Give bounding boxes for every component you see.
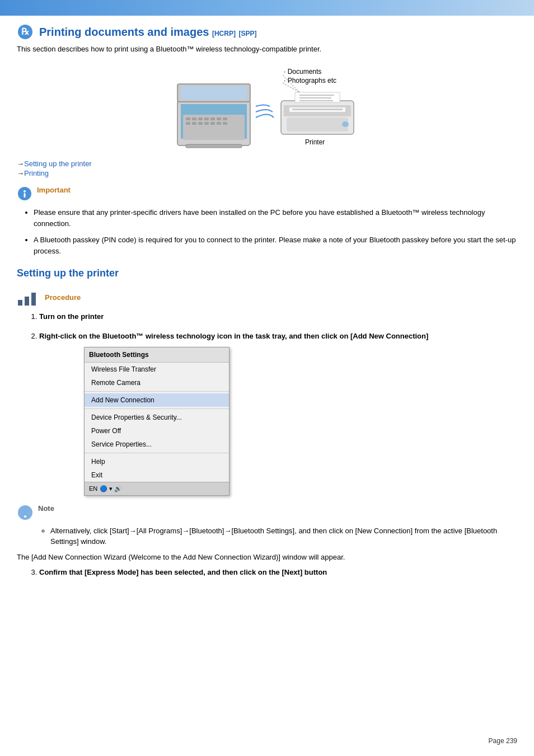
note-icon: [17, 504, 34, 521]
step-3: Confirm that [Express Mode] has been sel…: [39, 567, 517, 578]
nav-link-2[interactable]: →Printing: [17, 169, 517, 177]
step-2-text: Right-click on the Bluetooth™ wireless t…: [39, 332, 428, 340]
svg-rect-41: [25, 297, 29, 306]
procedure-icon: [17, 290, 39, 307]
svg-rect-17: [198, 122, 203, 125]
important-label: Important: [37, 186, 71, 194]
nav-arrow-1: →: [17, 159, 24, 168]
nav-links: →Setting up the printer →Printing: [17, 159, 517, 177]
svg-rect-5: [181, 86, 247, 100]
svg-rect-10: [198, 118, 203, 120]
page-number: Page 239: [489, 737, 517, 745]
nav-arrow-2: →: [17, 169, 24, 177]
printer-diagram-svg: · Documents · Photographs etc Printer: [161, 62, 373, 151]
cm-sep-1: [85, 391, 229, 392]
procedure-label: Procedure: [45, 290, 81, 302]
cm-sep-2: [85, 408, 229, 409]
svg-rect-25: [292, 109, 343, 110]
important-section: Important Please ensure that any printer…: [17, 186, 517, 256]
taskbar-en: EN: [89, 484, 97, 494]
cm-sep-3: [85, 453, 229, 453]
procedure-header: Procedure: [17, 290, 517, 307]
cm-item-add-new[interactable]: Add New Connection: [85, 393, 229, 407]
svg-rect-14: [223, 118, 227, 120]
section-heading: Setting up the printer: [17, 267, 517, 281]
diagram: · Documents · Photographs etc Printer: [17, 62, 517, 151]
cm-item-remote[interactable]: Remote Camera: [85, 376, 229, 389]
svg-rect-8: [186, 118, 190, 120]
bluetooth-icon: ℞: [17, 24, 34, 40]
cm-item-device[interactable]: Device Properties & Security...: [85, 411, 229, 424]
svg-rect-20: [217, 122, 221, 125]
svg-rect-19: [210, 122, 215, 125]
svg-rect-11: [204, 118, 209, 120]
nav-link-1[interactable]: →Setting up the printer: [17, 159, 517, 168]
important-item-1: Please ensure that any printer-specific …: [34, 207, 517, 229]
wizard-text: The [Add New Connection Wizard (Welcome …: [17, 552, 517, 563]
svg-rect-12: [210, 118, 215, 120]
svg-text:℞: ℞: [21, 27, 30, 36]
top-bar: [0, 0, 534, 16]
svg-point-38: [24, 190, 26, 192]
context-menu: Bluetooth Settings Wireless File Transfe…: [84, 347, 229, 496]
badge2: [SPP]: [239, 30, 257, 37]
svg-rect-18: [204, 122, 209, 125]
setting-up-link[interactable]: Setting up the printer: [24, 159, 92, 168]
cm-taskbar: EN 🔵 ▾ 🔊: [85, 482, 229, 495]
step-1-text: Turn on the printer: [39, 312, 104, 321]
step-3-text: Confirm that [Express Mode] has been sel…: [39, 568, 327, 576]
svg-text:· Photographs etc: · Photographs etc: [284, 77, 336, 84]
cm-item-wireless[interactable]: Wireless File Transfer: [85, 363, 229, 376]
svg-text:· Documents: · Documents: [284, 68, 321, 76]
svg-rect-15: [186, 122, 190, 125]
svg-text:Printer: Printer: [305, 138, 325, 146]
title-text: Printing documents and images: [39, 26, 209, 38]
page-title-row: ℞ Printing documents and images [HCRP] […: [17, 24, 517, 40]
svg-rect-40: [18, 300, 22, 306]
step-2: Right-click on the Bluetooth™ wireless t…: [39, 331, 517, 496]
svg-rect-16: [192, 122, 196, 125]
cm-item-help[interactable]: Help: [85, 455, 229, 468]
note-list: Alternatively, click [Start]→[All Progra…: [39, 525, 517, 547]
svg-point-27: [342, 121, 349, 127]
page-title: Printing documents and images [HCRP] [SP…: [39, 26, 257, 39]
cm-item-power[interactable]: Power Off: [85, 424, 229, 438]
svg-rect-13: [217, 118, 221, 120]
svg-rect-21: [223, 122, 227, 125]
context-menu-header: Bluetooth Settings: [85, 348, 229, 363]
svg-rect-42: [31, 293, 36, 306]
section-description: This section describes how to print usin…: [17, 45, 517, 53]
step-list: Turn on the printer Right-click on the B…: [39, 311, 517, 496]
note-section: Note: [17, 504, 517, 521]
cm-item-service[interactable]: Service Properties...: [85, 438, 229, 451]
important-list: Please ensure that any printer-specific …: [34, 207, 517, 256]
important-icon: [17, 186, 32, 201]
svg-rect-6: [186, 144, 242, 148]
cm-item-exit[interactable]: Exit: [85, 468, 229, 482]
badge1: [HCRP]: [212, 30, 236, 37]
printing-link[interactable]: Printing: [24, 169, 49, 177]
step-3-list: Confirm that [Express Mode] has been sel…: [39, 567, 517, 578]
note-item-1: Alternatively, click [Start]→[All Progra…: [50, 525, 517, 547]
svg-rect-9: [192, 118, 196, 120]
important-header: Important: [17, 186, 517, 201]
step-1: Turn on the printer: [39, 311, 517, 322]
note-label: Note: [38, 504, 54, 513]
svg-rect-39: [24, 193, 26, 198]
svg-rect-26: [287, 118, 348, 132]
taskbar-icons: 🔵 ▾ 🔊: [100, 484, 122, 494]
important-item-2: A Bluetooth passkey (PIN code) is requir…: [34, 234, 517, 256]
svg-point-44: [24, 515, 26, 518]
